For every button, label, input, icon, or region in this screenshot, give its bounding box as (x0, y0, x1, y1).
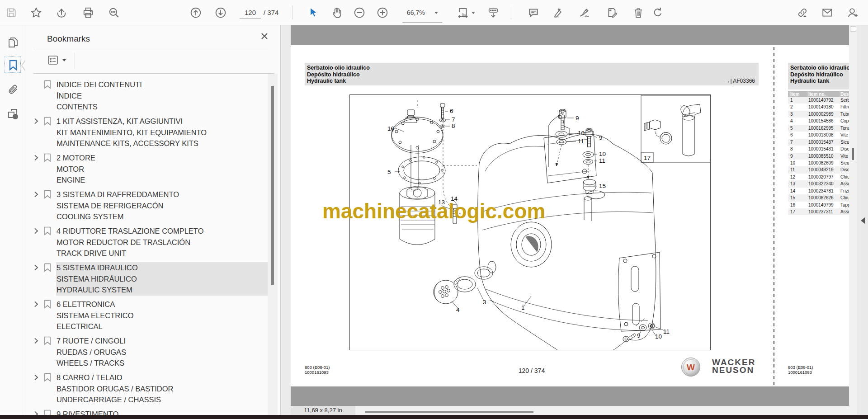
expand-tools-panel-icon[interactable] (861, 217, 865, 224)
print-icon[interactable] (82, 7, 94, 19)
parts-table-row: 121000020797Chius (788, 174, 849, 180)
page-down-icon[interactable] (215, 7, 226, 19)
delete-page-icon[interactable] (632, 7, 644, 19)
expand-chevron-icon[interactable] (33, 118, 39, 125)
svg-text:W: W (687, 363, 695, 372)
select-tool-icon[interactable] (307, 7, 319, 19)
email-icon[interactable] (821, 7, 833, 19)
bookmark-icon (44, 336, 51, 345)
share-file-icon[interactable] (56, 7, 67, 19)
edit-page-icon[interactable] (606, 7, 618, 19)
star-favorites-icon[interactable] (30, 7, 42, 19)
page-size-indicator: 11,69 x 8,27 in (291, 406, 355, 415)
parts-table-header: Item Item no. Desc (788, 91, 849, 97)
toolbar-separator (511, 5, 511, 19)
wacker-neuson-wordmark: WACKER NEUSON (712, 358, 755, 374)
sidebar-scrollbar[interactable] (268, 74, 278, 415)
page2-footer-code: 803 (E08-01) 1000161093 (788, 365, 813, 375)
diagram-callout-8: 8 (452, 122, 455, 129)
fit-dropdown-caret[interactable] (472, 12, 475, 14)
diagram-callout-9: 9 (599, 134, 603, 141)
bookmark-label: 2 MOTOREMOTORENGINE (57, 152, 95, 186)
svg-text:i: i (15, 115, 16, 119)
zoom-out-icon[interactable] (354, 7, 365, 19)
page1-doc-code: →| AF03366 (725, 78, 755, 84)
page1-footer-code: 803 (E08-01) 1000161093 (305, 365, 330, 375)
page-number-underline (240, 19, 261, 19)
tools-panel-collapsed (858, 25, 868, 415)
parts-table-row: 131000322340Assis (788, 180, 849, 187)
diagram-callout-6: 6 (450, 108, 453, 114)
fold-dashed-line (774, 47, 774, 385)
vertical-scrollbar[interactable] (849, 25, 858, 415)
diagram-callout-10: 10 (599, 151, 606, 157)
diagram-callout-10: 10 (578, 130, 585, 137)
model-tree-icon[interactable]: i (7, 108, 19, 120)
parts-table-row: 41000154586Cope (788, 118, 849, 124)
expand-chevron-icon[interactable] (33, 301, 39, 308)
expand-chevron-icon[interactable] (33, 337, 39, 344)
parts-table-row: 71000015437Sicur (788, 139, 849, 146)
zoom-dropdown-caret[interactable] (434, 12, 438, 14)
horizontal-scrollbar-thumb[interactable] (365, 411, 533, 413)
watermark-text: machinecatalogic.com (322, 199, 557, 223)
add-account-icon[interactable] (847, 7, 859, 19)
page1-header-box: Serbatoio olio idraulico Depósito hidraú… (305, 63, 759, 85)
page-up-icon[interactable] (190, 7, 202, 19)
bookmark-icon (44, 117, 51, 126)
save-icon[interactable] (5, 7, 17, 19)
diagram-callout-10: 10 (655, 333, 662, 340)
parts-table-row: 61000013008Vite a (788, 132, 849, 138)
parts-table-row: 161000149799Tapp (788, 202, 849, 208)
parts-table: Item Item no. Desc 11000149792Serba21000… (788, 91, 849, 267)
highlight-icon[interactable] (552, 7, 564, 19)
page1-page-indicator: 120 / 374 (514, 367, 550, 374)
sidebar-scrollbar-thumb[interactable] (271, 86, 274, 285)
diagram-callout-11: 11 (599, 157, 605, 164)
expand-chevron-icon[interactable] (33, 410, 39, 415)
expand-chevron-icon[interactable] (33, 191, 39, 198)
share-link-icon[interactable] (797, 7, 808, 19)
scroll-mode-icon[interactable] (487, 7, 499, 19)
parts-table-row: 101000082609Sicur (788, 160, 849, 166)
page-thumbnails-icon[interactable] (7, 36, 19, 49)
zoom-underline (402, 22, 442, 23)
comment-icon[interactable] (528, 7, 539, 19)
document-status-strip: 11,69 x 8,27 in (291, 406, 849, 415)
bookmark-label: 6 ELETTRONICASISTEMA ELECTRICOELECTRICAL (57, 299, 134, 332)
sign-icon[interactable] (579, 7, 590, 19)
fit-width-icon[interactable] (457, 7, 469, 19)
scroll-up-button[interactable] (850, 26, 856, 32)
bookmark-icon (44, 153, 51, 162)
vertical-scrollbar-thumb[interactable] (852, 148, 854, 160)
attachments-icon[interactable] (7, 84, 19, 96)
page-number-input[interactable]: 120 (240, 9, 261, 16)
rotate-page-icon[interactable] (652, 7, 664, 19)
bookmark-icon (44, 263, 51, 272)
diagram-callout-16: 16 (387, 125, 394, 132)
bookmark-icon (44, 300, 51, 309)
bookmark-icon (44, 190, 51, 199)
find-icon[interactable] (108, 7, 120, 19)
page2-header-box: Serbatoio olio idraulico Depósito hidraú… (788, 63, 849, 89)
diagram-callout-11: 11 (663, 328, 670, 335)
expand-chevron-icon[interactable] (33, 264, 39, 271)
hand-tool-icon[interactable] (331, 7, 343, 19)
zoom-in-icon[interactable] (377, 7, 388, 19)
parts-table-row: 111000049219Disco (788, 166, 849, 173)
zoom-level-value[interactable]: 66,7% (407, 9, 425, 16)
parts-table-row: 21000149180Filtro (788, 104, 849, 110)
bookmark-label: 1 KIT ASSISTENZA, KIT AGGIUNTIVIKIT MANT… (57, 116, 207, 149)
expand-chevron-icon[interactable] (33, 374, 39, 381)
panel-splitter[interactable] (280, 25, 291, 415)
expand-chevron-icon[interactable] (33, 227, 39, 235)
page2-header-text: Serbatoio olio idraulico Depósito hidraú… (790, 65, 849, 85)
bookmark-icon (44, 80, 51, 89)
expand-chevron-icon[interactable] (33, 154, 39, 161)
diagram-callout-4: 4 (456, 306, 460, 313)
diagram-callout-11: 11 (578, 138, 584, 145)
page-total-label: / 374 (264, 9, 278, 16)
bookmark-icon (44, 373, 51, 382)
parts-table-row: 141000234781Frizio (788, 188, 849, 194)
inset-label: 17 (644, 155, 651, 161)
